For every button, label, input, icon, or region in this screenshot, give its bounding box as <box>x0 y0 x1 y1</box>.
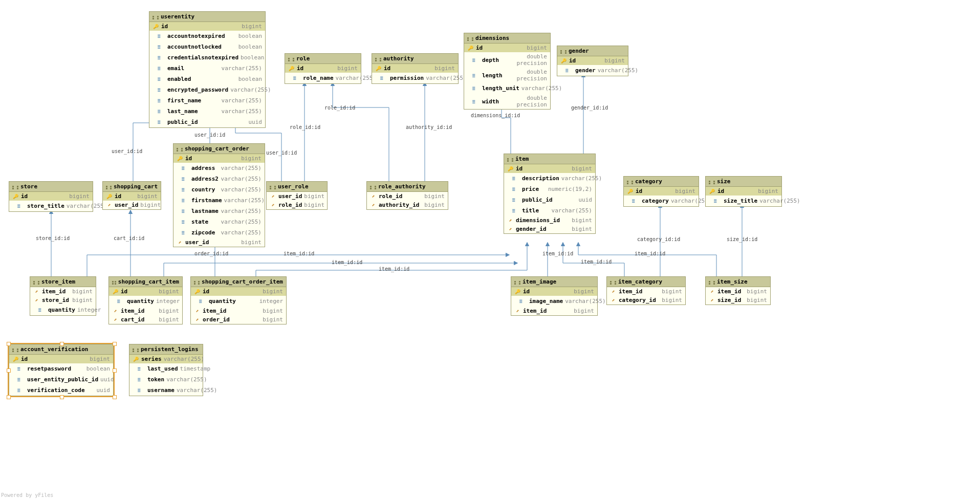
entity-header[interactable]: item_size <box>706 277 770 287</box>
column-row[interactable]: zipcodevarchar(255) <box>173 227 265 238</box>
entity-header[interactable]: account_verification <box>9 344 113 355</box>
selection-handle[interactable] <box>7 368 11 373</box>
relationship-line[interactable] <box>87 255 509 276</box>
column-row[interactable]: size_idbigint <box>706 296 770 305</box>
entity-account_verification[interactable]: account_verificationidbigintresetpasswor… <box>9 344 114 396</box>
column-row[interactable]: idbigint <box>285 64 361 73</box>
column-row[interactable]: item_idbigint <box>706 287 770 296</box>
entity-item_category[interactable]: item_categoryitem_idbigintcategory_idbig… <box>606 276 686 305</box>
column-row[interactable]: idbigint <box>109 287 182 296</box>
column-row[interactable]: idbigint <box>464 44 550 52</box>
selection-handle[interactable] <box>60 395 64 399</box>
column-row[interactable]: item_idbigint <box>109 307 182 315</box>
selection-handle[interactable] <box>7 395 11 399</box>
entity-header[interactable]: shopping_cart_item <box>109 277 182 287</box>
column-row[interactable]: idbigint <box>706 187 781 196</box>
entity-role_authority[interactable]: role_authorityrole_idbigintauthority_idb… <box>366 181 448 210</box>
selection-handle[interactable] <box>113 342 117 346</box>
column-row[interactable]: category_idbigint <box>607 296 685 305</box>
entity-authority[interactable]: authorityidbigintpermissionvarchar(255) <box>372 53 459 84</box>
column-row[interactable]: item_idbigint <box>511 307 597 315</box>
entity-item_size[interactable]: item_sizeitem_idbigintsize_idbigint <box>705 276 771 305</box>
column-row[interactable]: authority_idbigint <box>367 201 448 209</box>
column-row[interactable]: gendervarchar(255) <box>557 65 628 76</box>
column-row[interactable]: quantityinteger <box>191 296 286 307</box>
entity-header[interactable]: store_item <box>30 277 96 287</box>
column-row[interactable]: role_namevarchar(255) <box>285 73 361 83</box>
entity-header[interactable]: dimensions <box>464 33 550 44</box>
column-row[interactable]: resetpasswordboolean <box>9 363 113 374</box>
column-row[interactable]: encrypted_passwordvarchar(255) <box>149 84 265 95</box>
column-row[interactable]: public_iduuid <box>504 194 595 205</box>
entity-user_role[interactable]: user_roleuser_idbigintrole_idbigint <box>266 181 328 210</box>
column-row[interactable]: quantityinteger <box>30 305 96 315</box>
entity-header[interactable]: item_category <box>607 277 685 287</box>
entity-header[interactable]: size <box>706 177 781 187</box>
entity-header[interactable]: user_role <box>267 182 327 192</box>
entity-header[interactable]: persistent_logins <box>129 344 203 355</box>
entity-shopping_cart[interactable]: shopping_cartidbigintuser_idbigint <box>102 181 161 210</box>
column-row[interactable]: address2varchar(255) <box>173 173 265 184</box>
column-row[interactable]: pricenumeric(19,2) <box>504 184 595 194</box>
column-row[interactable]: seriesvarchar(255) <box>129 355 203 363</box>
column-row[interactable]: idbigint <box>149 22 265 31</box>
column-row[interactable]: idbigint <box>9 192 93 201</box>
column-row[interactable]: idbigint <box>173 154 265 163</box>
column-row[interactable]: last_namevarchar(255) <box>149 106 265 117</box>
entity-shopping_cart_order_item[interactable]: shopping_cart_order_itemidbigintquantity… <box>190 276 287 324</box>
column-row[interactable]: tokenvarchar(255) <box>129 374 203 385</box>
column-row[interactable]: titlevarchar(255) <box>504 205 595 216</box>
column-row[interactable]: idbigint <box>103 192 161 201</box>
entity-header[interactable]: shopping_cart <box>103 182 161 192</box>
entity-header[interactable]: userentity <box>149 12 265 22</box>
entity-role[interactable]: roleidbigintrole_namevarchar(255) <box>285 53 361 84</box>
entity-item_image[interactable]: item_imageidbigintimage_namevarchar(255)… <box>511 276 598 316</box>
entity-category[interactable]: categoryidbigintcategoryvarchar(255) <box>623 176 699 207</box>
entity-header[interactable]: authority <box>372 54 458 64</box>
entity-dimensions[interactable]: dimensionsidbigintdepthdouble precisionl… <box>464 33 551 110</box>
entity-header[interactable]: shopping_cart_order_item <box>191 277 286 287</box>
entity-store[interactable]: storeidbigintstore_titlevarchar(255) <box>9 181 93 212</box>
column-row[interactable]: user_entity_public_iduuid <box>9 374 113 385</box>
selection-handle[interactable] <box>113 395 117 399</box>
column-row[interactable]: idbigint <box>624 187 699 196</box>
column-row[interactable]: addressvarchar(255) <box>173 163 265 173</box>
column-row[interactable]: accountnotexpiredboolean <box>149 31 265 41</box>
column-row[interactable]: item_idbigint <box>607 287 685 296</box>
entity-header[interactable]: shopping_cart_order <box>173 144 265 154</box>
entity-header[interactable]: role <box>285 54 361 64</box>
entity-shopping_cart_item[interactable]: shopping_cart_itemidbigintquantityintege… <box>108 276 183 324</box>
column-row[interactable]: gender_idbigint <box>504 225 595 233</box>
column-row[interactable]: descriptionvarchar(255) <box>504 173 595 184</box>
column-row[interactable]: accountnotlockedboolean <box>149 41 265 52</box>
column-row[interactable]: quantityinteger <box>109 296 182 307</box>
column-row[interactable]: idbigint <box>9 355 113 363</box>
column-row[interactable]: size_titlevarchar(255) <box>706 196 781 206</box>
column-row[interactable]: length_unitvarchar(255) <box>464 83 550 94</box>
column-row[interactable]: idbigint <box>511 287 597 296</box>
column-row[interactable]: store_idbigint <box>30 296 96 305</box>
column-row[interactable]: cart_idbigint <box>109 315 182 324</box>
entity-header[interactable]: role_authority <box>367 182 448 192</box>
column-row[interactable]: public_iduuid <box>149 117 265 127</box>
entity-header[interactable]: item <box>504 154 595 164</box>
entity-item[interactable]: itemidbigintdescriptionvarchar(255)price… <box>504 154 596 234</box>
entity-header[interactable]: gender <box>557 46 628 56</box>
selection-handle[interactable] <box>60 342 64 346</box>
column-row[interactable]: user_idbigint <box>267 192 327 201</box>
entity-userentity[interactable]: userentityidbigintaccountnotexpiredboole… <box>149 11 266 128</box>
column-row[interactable]: dimensions_idbigint <box>504 216 595 225</box>
selection-handle[interactable] <box>7 342 11 346</box>
column-row[interactable]: image_namevarchar(255) <box>511 296 597 307</box>
column-row[interactable]: order_idbigint <box>191 315 286 324</box>
entity-header[interactable]: item_image <box>511 277 597 287</box>
column-row[interactable]: depthdouble precision <box>464 52 550 68</box>
column-row[interactable]: usernamevarchar(255) <box>129 385 203 396</box>
column-row[interactable]: statevarchar(255) <box>173 216 265 227</box>
column-row[interactable]: idbigint <box>557 56 628 65</box>
entity-header[interactable]: store <box>9 182 93 192</box>
column-row[interactable]: widthdouble precision <box>464 94 550 109</box>
column-row[interactable]: role_idbigint <box>267 201 327 209</box>
column-row[interactable]: store_titlevarchar(255) <box>9 201 93 211</box>
column-row[interactable]: permissionvarchar(255) <box>372 73 458 83</box>
